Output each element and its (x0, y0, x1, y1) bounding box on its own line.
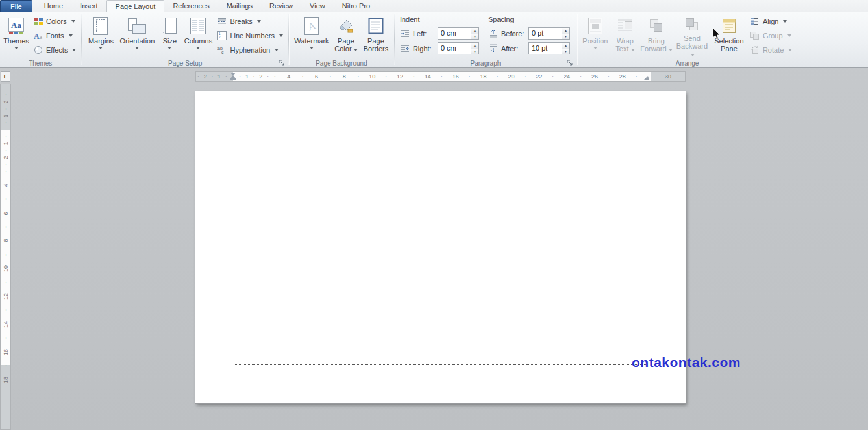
tab-review[interactable]: Review (261, 0, 301, 12)
dropdown-arrow-icon (69, 34, 73, 37)
dropdown-arrow-icon (196, 47, 200, 49)
tab-view-label: View (310, 2, 325, 10)
themes-button[interactable]: Aa Themes (2, 13, 31, 58)
spin-up-button[interactable]: ▲ (471, 43, 478, 49)
dropdown-arrow-icon (691, 54, 695, 56)
tab-file[interactable]: File (0, 0, 32, 12)
tab-stop-symbol: L (4, 73, 8, 80)
spin-up-button[interactable]: ▲ (562, 43, 569, 49)
theme-effects-button[interactable]: Effects (31, 43, 79, 57)
tab-references[interactable]: References (164, 0, 217, 12)
rotate-button[interactable]: Rotate (747, 43, 795, 57)
ruler-mark: · (469, 72, 471, 81)
page-color-icon (338, 15, 354, 37)
spacing-after-spinner[interactable]: 10 pt ▲▼ (528, 42, 570, 54)
ruler-mark: 10 (3, 264, 9, 274)
ruler-mark: 6 (3, 208, 9, 218)
breaks-button[interactable]: Breaks (214, 14, 285, 29)
position-button[interactable]: Position (580, 13, 611, 58)
indent-left-icon (400, 29, 410, 39)
theme-fonts-button[interactable]: Aa Fonts (31, 29, 79, 43)
paragraph-dialog-launcher[interactable] (565, 58, 574, 67)
dropdown-arrow-icon (631, 49, 635, 51)
indent-right-icon (400, 43, 410, 54)
orientation-button[interactable]: Orientation (117, 13, 157, 58)
tab-insert[interactable]: Insert (71, 0, 106, 12)
watermark-button[interactable]: A Watermark (291, 13, 332, 58)
document-page[interactable]: ontakontak.com (195, 91, 686, 403)
theme-colors-icon (33, 16, 43, 27)
tab-nitro-pro-label: Nitro Pro (342, 2, 370, 10)
left-indent-marker[interactable] (230, 78, 236, 80)
page-setup-dialog-launcher[interactable] (277, 58, 286, 67)
group-separator (81, 14, 82, 65)
spin-down-button[interactable]: ▼ (471, 34, 478, 40)
ruler-mark: · (580, 72, 582, 81)
theme-colors-label: Colors (46, 18, 67, 25)
indent-heading: Indent (400, 14, 479, 26)
columns-icon (189, 15, 207, 37)
page-borders-icon (367, 15, 384, 37)
spin-down-button[interactable]: ▼ (562, 49, 569, 54)
spacing-before-icon (488, 29, 499, 39)
columns-label: Columns (184, 37, 212, 45)
spin-down-button[interactable]: ▼ (562, 34, 569, 40)
paragraph-group: Indent Left: 0 cm ▲▼ Right: 0 cm (395, 12, 576, 67)
tab-home[interactable]: Home (36, 0, 71, 12)
dropdown-arrow-icon (593, 47, 597, 49)
page-background-group: A Watermark Page Color Page Borders Page… (290, 12, 393, 67)
dropdown-arrow-icon (279, 34, 283, 37)
indent-left-value: 0 cm (438, 28, 471, 39)
word-window: File Home Insert Page Layout References … (0, 0, 868, 430)
dropdown-arrow-icon (14, 47, 18, 49)
dropdown-arrow-icon (783, 20, 787, 23)
group-button[interactable]: Group (747, 29, 795, 43)
vertical-ruler[interactable]: 21···1246810121416···········18 (0, 84, 11, 430)
bring-forward-label: Bring Forward (640, 37, 666, 53)
spin-down-button[interactable]: ▼ (471, 49, 478, 54)
ruler-mark: 20 (508, 72, 514, 81)
align-button[interactable]: Align (747, 14, 795, 29)
theme-fonts-label: Fonts (46, 32, 64, 40)
columns-button[interactable]: Columns (182, 13, 214, 58)
ruler-mark: · (3, 132, 9, 141)
tab-nitro-pro[interactable]: Nitro Pro (334, 0, 378, 12)
tab-page-layout[interactable]: Page Layout (106, 0, 165, 12)
theme-fonts-icon: Aa (33, 30, 43, 41)
tab-mailings[interactable]: Mailings (218, 0, 261, 12)
hyphenation-button[interactable]: abc- Hyphenation (214, 43, 285, 57)
spacing-before-spinner[interactable]: 0 pt ▲▼ (528, 27, 570, 40)
ruler-mark: · (3, 167, 9, 176)
position-label: Position (582, 37, 608, 45)
svg-text:a: a (40, 34, 42, 40)
arrange-group-label: Arrange (578, 60, 797, 67)
spin-up-button[interactable]: ▲ (471, 28, 478, 34)
ruler-mark: · (3, 104, 9, 113)
page-borders-button[interactable]: Page Borders (360, 13, 391, 58)
text-boundary-box (234, 130, 647, 365)
send-backward-button[interactable]: Send Backward (673, 13, 711, 58)
hyphenation-label: Hyphenation (230, 46, 270, 54)
ruler-mark: 4 (3, 180, 9, 190)
margins-button[interactable]: Margins (84, 13, 117, 58)
theme-colors-button[interactable]: Colors (31, 14, 79, 29)
dropdown-arrow-icon (787, 34, 791, 37)
themes-group-label: Themes (0, 60, 81, 67)
ruler-mark: 1 (245, 72, 249, 81)
line-numbers-button[interactable]: 12 Line Numbers (214, 29, 285, 43)
page-color-button[interactable]: Page Color (332, 13, 360, 58)
bring-forward-button[interactable]: Bring Forward (639, 13, 673, 58)
indent-left-spinner[interactable]: 0 cm ▲▼ (438, 27, 479, 40)
ruler-mark: 8 (343, 72, 346, 81)
spin-up-button[interactable]: ▲ (562, 28, 569, 34)
indent-right-spinner[interactable]: 0 cm ▲▼ (438, 42, 479, 54)
size-button[interactable]: Size (157, 13, 182, 58)
ruler-mark: 26 (591, 72, 598, 81)
line-numbers-icon: 12 (217, 30, 227, 41)
horizontal-ruler[interactable]: 21···1246810121416182022242628··········… (195, 71, 686, 82)
tab-stop-selector[interactable]: L (1, 71, 10, 82)
wrap-text-button[interactable]: Wrap Text (611, 13, 639, 58)
ruler-mark: · (3, 90, 9, 100)
ruler-mark: 14 (3, 319, 9, 329)
tab-view[interactable]: View (301, 0, 334, 12)
